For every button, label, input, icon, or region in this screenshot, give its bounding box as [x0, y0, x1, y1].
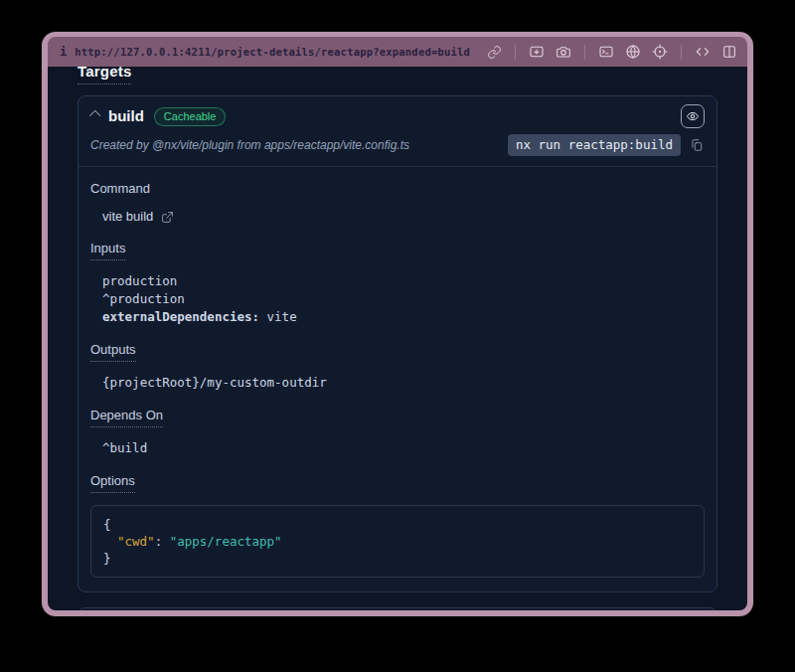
target-card-build: build Cacheable Created by @nx/vite/plug… [78, 95, 717, 592]
toolbar-divider [584, 45, 585, 60]
depends-on-heading: Depends On [90, 408, 163, 427]
external-link-icon[interactable] [161, 210, 175, 224]
inputs-heading: Inputs [90, 241, 125, 260]
json-key: "cwd" [117, 534, 155, 549]
browser-toolbar: i http://127.0.0.1:4211/project-details/… [48, 37, 747, 67]
toolbar-divider [515, 45, 516, 60]
build-card-body: Command vite build Inputs production ^pr… [79, 181, 716, 591]
options-json-block: { "cwd": "apps/reactapp" } [90, 505, 705, 578]
target-card-serve: serve vite serve [78, 607, 717, 610]
json-open-brace: { [103, 516, 692, 533]
json-close-brace: } [103, 550, 692, 567]
command-heading: Command [90, 181, 150, 197]
toolbar-actions [486, 44, 737, 60]
terminal-icon[interactable] [598, 44, 614, 60]
json-colon: : [155, 534, 170, 549]
view-in-graph-button[interactable] [681, 104, 705, 128]
page-content: Targets build Cacheable Created by @nx/v… [48, 67, 747, 610]
build-card-header: build Cacheable [79, 96, 716, 128]
chevron-up-icon[interactable] [89, 110, 100, 121]
command-value: vite build [102, 209, 153, 225]
camera-icon[interactable] [556, 44, 571, 60]
input-item: production [102, 272, 705, 290]
toolbar-divider [681, 45, 682, 60]
globe-icon[interactable] [625, 44, 641, 60]
input-key: externalDependencies: [102, 309, 259, 324]
copy-icon[interactable] [689, 137, 705, 153]
url-text[interactable]: http://127.0.0.1:4211/project-details/re… [75, 46, 478, 58]
browser-window: i http://127.0.0.1:4211/project-details/… [42, 32, 753, 616]
cacheable-badge: Cacheable [154, 107, 227, 126]
link-icon[interactable] [486, 44, 502, 60]
code-icon[interactable] [695, 44, 711, 60]
target-icon[interactable] [652, 44, 668, 60]
json-string-value: "apps/reactapp" [170, 534, 282, 549]
depends-on-item: ^build [102, 439, 705, 457]
outputs-heading: Outputs [90, 342, 136, 362]
output-item: {projectRoot}/my-custom-outdir [102, 374, 705, 392]
screencast-icon[interactable] [529, 44, 545, 60]
serve-card-header: serve vite serve [79, 608, 716, 610]
input-item: ^production [102, 290, 705, 308]
target-name: build [108, 107, 144, 125]
input-item: externalDependencies: vite [102, 308, 705, 326]
options-heading: Options [90, 473, 135, 493]
run-command-chip[interactable]: nx run reactapp:build [508, 134, 681, 156]
targets-heading: Targets [78, 67, 131, 84]
build-card-subheader: Created by @nx/vite/plugin from apps/rea… [79, 128, 716, 167]
json-option-line: "cwd": "apps/reactapp" [103, 533, 692, 550]
split-panel-icon[interactable] [721, 44, 737, 60]
created-by-text: Created by @nx/vite/plugin from apps/rea… [90, 138, 500, 153]
info-icon: i [60, 45, 67, 59]
input-value: vite [259, 309, 297, 324]
